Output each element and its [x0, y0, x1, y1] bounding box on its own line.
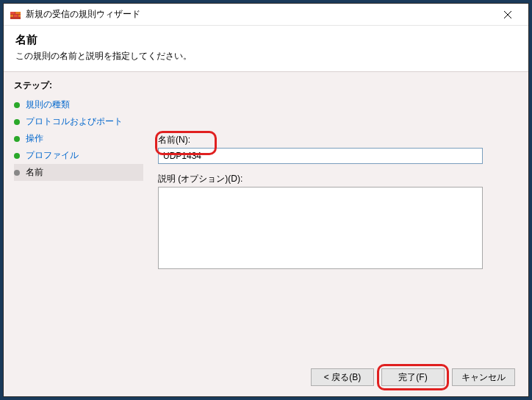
step-name[interactable]: 名前: [14, 164, 143, 181]
bullet-icon: [14, 102, 20, 108]
body: ステップ: 規則の種類 プロトコルおよびポート 操作 プロファイル 名前: [4, 71, 528, 360]
bullet-icon: [14, 119, 20, 125]
step-action[interactable]: 操作: [14, 130, 143, 147]
description-label: 説明 (オプション)(D):: [158, 173, 511, 185]
page-title: 名前: [15, 33, 517, 47]
bullet-icon: [14, 153, 20, 159]
steps-heading: ステップ:: [14, 79, 143, 92]
finish-button[interactable]: 完了(F): [381, 368, 445, 386]
footer: < 戻る(B) 完了(F) キャンセル: [4, 360, 528, 396]
close-button[interactable]: [493, 4, 522, 25]
svg-rect-3: [10, 15, 13, 17]
window-title: 新規の受信の規則ウィザード: [26, 8, 493, 21]
name-label: 名前(N):: [158, 134, 511, 146]
wizard-window: 新規の受信の規則ウィザード 名前 この規則の名前と説明を指定してください。 ステ…: [3, 3, 529, 397]
step-protocol-ports[interactable]: プロトコルおよびポート: [14, 113, 143, 130]
step-label: プロトコルおよびポート: [26, 115, 123, 128]
bullet-icon: [14, 170, 20, 176]
cancel-button[interactable]: キャンセル: [452, 368, 515, 386]
step-profile[interactable]: プロファイル: [14, 147, 143, 164]
step-label: プロファイル: [26, 149, 79, 162]
step-label: 規則の種類: [26, 99, 70, 111]
step-label: 操作: [26, 132, 43, 145]
name-input[interactable]: [158, 148, 483, 164]
page-subtitle: この規則の名前と説明を指定してください。: [15, 50, 517, 63]
svg-rect-6: [10, 17, 21, 19]
back-button[interactable]: < 戻る(B): [311, 368, 374, 386]
step-label: 名前: [26, 166, 43, 179]
content: 名前(N): 説明 (オプション)(D):: [143, 72, 528, 360]
svg-rect-1: [10, 12, 15, 14]
firewall-icon: [10, 9, 21, 21]
step-rule-type[interactable]: 規則の種類: [14, 96, 143, 113]
svg-rect-2: [15, 12, 21, 14]
svg-rect-5: [18, 15, 21, 17]
titlebar: 新規の受信の規則ウィザード: [4, 4, 528, 26]
description-input[interactable]: [158, 187, 483, 269]
bullet-icon: [14, 136, 20, 142]
sidebar: ステップ: 規則の種類 プロトコルおよびポート 操作 プロファイル 名前: [4, 72, 143, 360]
header: 名前 この規則の名前と説明を指定してください。: [4, 26, 528, 71]
svg-rect-4: [14, 15, 18, 17]
